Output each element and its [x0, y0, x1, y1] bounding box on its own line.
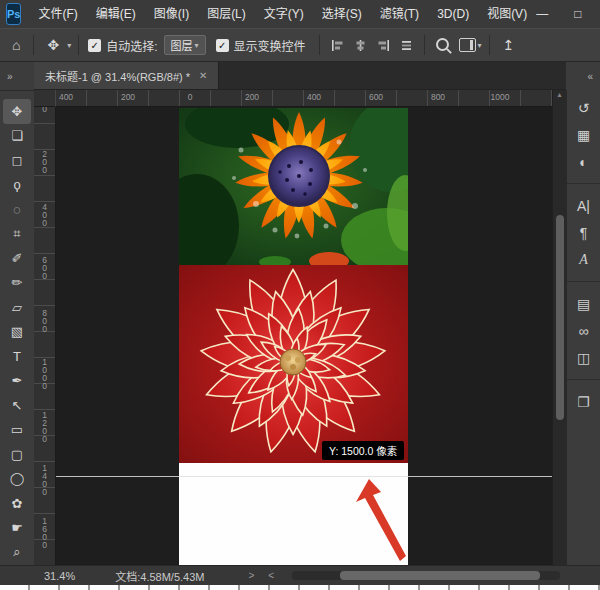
workspace-dropdown-arrow[interactable]: ▾ [478, 41, 482, 50]
ruler-label: 1200 [34, 399, 55, 452]
distribute-centers-icon[interactable] [400, 39, 413, 52]
custom-shape-tool[interactable]: ✿ [3, 491, 31, 516]
character-panel-icon[interactable]: A| [567, 183, 600, 219]
rectangle-tool[interactable]: ▭ [3, 418, 31, 443]
panel-icon-rail: ↺ ▦ ◐ A| ¶ A ▤ ∞ ◫ ❐ [566, 90, 600, 565]
layers-panel-icon[interactable]: ❐ [567, 379, 600, 415]
menu-item[interactable]: 编辑(E) [87, 0, 145, 28]
zoom-level-field[interactable]: 31.4% [44, 570, 75, 582]
menu-item[interactable]: 图像(I) [145, 0, 198, 28]
crop-tool[interactable]: ⌗ [3, 222, 31, 247]
menu-item[interactable]: 文件(F) [29, 0, 86, 28]
tools-panel: ✥ ❏ ◻ ϙ ◌ ⌗ ✐ ✏ ▱ ▧ T ✒ [0, 90, 34, 565]
ruler-label: 400 [34, 187, 55, 240]
double-arrow-left-icon[interactable]: « [587, 71, 593, 82]
workspace-switcher-icon[interactable] [459, 38, 476, 52]
hand-tool[interactable]: ☛ [3, 516, 31, 541]
double-arrow-right-icon[interactable]: » [7, 71, 13, 82]
horizontal-scrollbar[interactable] [292, 571, 560, 580]
menu-item[interactable]: 选择(S) [313, 0, 371, 28]
status-chevron-left-icon[interactable]: < [268, 570, 274, 581]
move-tool-preset-icon[interactable]: ✥ [41, 37, 65, 53]
tool-glyph: ◯ [10, 471, 25, 486]
ruler-origin-box[interactable] [34, 90, 56, 107]
tool-glyph: ✿ [12, 496, 23, 511]
menu-item[interactable]: 3D(D) [428, 0, 478, 28]
ruler-label: 600 [34, 240, 55, 293]
status-chevron-right-icon[interactable]: > [248, 570, 254, 581]
align-left-edges-icon[interactable] [331, 39, 344, 52]
document-tab[interactable]: 未标题-1 @ 31.4%(RGB/8#) * ✕ [34, 62, 219, 89]
auto-select-checkbox[interactable]: ✓ [88, 39, 101, 52]
tool-glyph: ◻ [12, 153, 23, 168]
scroll-up-icon[interactable]: ▲ [553, 91, 566, 98]
ruler-label: 1000 [34, 346, 55, 399]
creative-cloud-icon[interactable]: ∞ [567, 317, 600, 344]
menu-item[interactable]: 文字(Y) [255, 0, 313, 28]
lasso-tool[interactable]: ϙ [3, 173, 31, 198]
libraries-panel-icon[interactable]: ▤ [567, 281, 600, 317]
ruler-label: 200 [221, 90, 283, 105]
ruler-label: 1000 [469, 90, 531, 105]
frame-tool[interactable]: ❏ [3, 124, 31, 149]
gradient-tool[interactable]: ▧ [3, 320, 31, 345]
color-panel-icon[interactable]: ◐ [567, 148, 600, 175]
vertical-scrollbar[interactable]: ▲ [552, 90, 566, 565]
path-selection-tool[interactable]: ↖ [3, 393, 31, 418]
paragraph-panel-icon[interactable]: ¶ [567, 219, 600, 246]
rounded-rectangle-tool[interactable]: ▢ [3, 442, 31, 467]
history-panel-icon[interactable]: ↺ [567, 94, 600, 121]
tool-glyph: ☛ [11, 520, 23, 535]
document-viewport[interactable]: Y: 1500.0 像素 [56, 107, 552, 565]
menu-item[interactable]: 图层(L) [198, 0, 255, 28]
horizontal-scrollbar-thumb[interactable] [340, 571, 540, 580]
search-icon[interactable] [436, 38, 449, 51]
swatches-panel-icon[interactable]: ▦ [567, 121, 600, 148]
quick-selection-tool[interactable]: ◌ [3, 197, 31, 222]
show-transform-checkbox[interactable]: ✓ [216, 39, 229, 52]
share-icon[interactable]: ↥ [497, 37, 521, 53]
vertical-scrollbar-thumb[interactable] [556, 215, 564, 420]
vertical-ruler[interactable]: 02004006008001000120014001600 [34, 107, 56, 565]
properties-panel-icon[interactable]: ◫ [567, 344, 600, 371]
minimize-button[interactable]: — [536, 7, 548, 21]
align-horizontal-centers-icon[interactable] [354, 39, 367, 52]
type-tool[interactable]: T [3, 344, 31, 369]
sunflower-photo [179, 108, 408, 265]
ruler-label: 0 [159, 90, 221, 105]
horizontal-guide-line[interactable] [56, 476, 552, 477]
glyphs-panel-icon[interactable]: A [567, 246, 600, 273]
menubar-items: 文件(F)编辑(E)图像(I)图层(L)文字(Y)选择(S)滤镜(T)3D(D)… [29, 0, 536, 28]
move-tool[interactable]: ✥ [3, 99, 31, 124]
tool-glyph: ✥ [12, 104, 23, 119]
pen-tool[interactable]: ✒ [3, 369, 31, 394]
tab-close-icon[interactable]: ✕ [199, 70, 207, 81]
eraser-tool[interactable]: ▱ [3, 295, 31, 320]
home-icon[interactable]: ⌂ [6, 37, 26, 53]
ellipse-tool[interactable]: ◯ [3, 467, 31, 492]
photoshop-window: Ps 文件(F)编辑(E)图像(I)图层(L)文字(Y)选择(S)滤镜(T)3D… [0, 0, 600, 590]
tool-glyph: ▱ [12, 300, 22, 315]
rectangular-marquee-tool[interactable]: ◻ [3, 148, 31, 173]
horizontal-ruler[interactable]: 40020002004006008001000 [56, 90, 552, 107]
tool-glyph: ▭ [11, 422, 23, 437]
chevron-down-icon: ▾ [195, 41, 199, 50]
ruler-label: 0 [34, 107, 55, 134]
menu-item[interactable]: 视图(V) [478, 0, 536, 28]
ruler-label: 1600 [34, 505, 55, 558]
zoom-tool[interactable]: ⌕ [3, 540, 31, 565]
brush-tool[interactable]: ✏ [3, 271, 31, 296]
tool-preset-dropdown-arrow[interactable]: ▾ [67, 41, 71, 50]
align-right-edges-icon[interactable] [377, 39, 390, 52]
red-dahlia-photo [179, 265, 408, 463]
auto-select-target-dropdown[interactable]: 图层 ▾ [164, 35, 206, 55]
tool-glyph: ▧ [11, 324, 23, 339]
maximize-button[interactable]: □ [574, 7, 581, 21]
alignment-buttons [331, 39, 413, 52]
cropped-image-edge [0, 585, 600, 590]
menu-item[interactable]: 滤镜(T) [371, 0, 428, 28]
ruler-label: 200 [97, 90, 159, 105]
status-bar: 31.4% 文档:4.58M/5.43M > < [0, 565, 600, 585]
tool-glyph: ❏ [11, 128, 23, 143]
eyedropper-tool[interactable]: ✐ [3, 246, 31, 271]
